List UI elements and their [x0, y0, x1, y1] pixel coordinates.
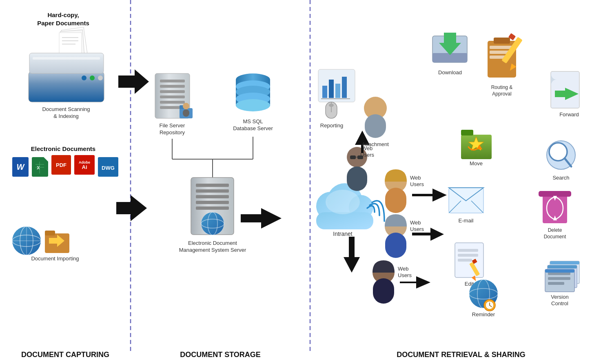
- svg-rect-72: [316, 212, 373, 229]
- svg-rect-17: [32, 157, 48, 177]
- svg-rect-152: [548, 277, 570, 280]
- svg-rect-108: [494, 38, 510, 44]
- attachment-label: Attachment: [362, 141, 389, 147]
- svg-point-54: [236, 99, 270, 111]
- svg-rect-43: [160, 101, 185, 104]
- svg-rect-86: [385, 233, 406, 258]
- svg-rect-97: [342, 77, 347, 98]
- fileserver-label-2: Repository: [160, 129, 185, 135]
- forward-label: Forward: [559, 111, 579, 118]
- download-label: Download: [438, 69, 462, 75]
- svg-rect-42: [160, 95, 185, 98]
- svg-text:Ai: Ai: [82, 164, 87, 170]
- db-label-2: Database Server: [233, 125, 273, 131]
- svg-text:W: W: [17, 162, 25, 171]
- svg-rect-90: [373, 278, 394, 304]
- reminder-label: Reminder: [472, 311, 495, 317]
- svg-rect-155: [548, 265, 577, 269]
- svg-rect-82: [385, 188, 406, 213]
- routing-label-1: Routing &: [491, 84, 513, 90]
- main-diagram: DOCUMENT CAPTURING DOCUMENT STORAGE DOCU…: [0, 0, 612, 364]
- svg-rect-154: [545, 269, 574, 273]
- reporting-label: Reporting: [320, 122, 343, 129]
- svg-rect-13: [98, 75, 103, 80]
- svg-rect-136: [458, 259, 472, 262]
- svg-rect-62: [196, 195, 229, 198]
- svg-rect-95: [329, 80, 334, 98]
- retrieval-label: DOCUMENT RETRIEVAL & SHARING: [397, 351, 525, 359]
- db-label-1: MS SQL: [243, 118, 263, 124]
- svg-point-101: [329, 104, 334, 107]
- svg-rect-63: [196, 201, 229, 204]
- fileserver-label-1: File Server: [160, 122, 186, 129]
- svg-rect-40: [160, 85, 185, 88]
- svg-rect-75: [350, 155, 356, 159]
- svg-rect-64: [196, 206, 229, 210]
- svg-rect-14: [33, 57, 100, 60]
- svg-rect-60: [196, 184, 229, 187]
- svg-text:Web: Web: [398, 266, 409, 272]
- svg-rect-109: [490, 46, 512, 49]
- routing-label-2: Approval: [492, 91, 511, 97]
- svg-rect-135: [458, 254, 478, 257]
- scan-label-1: Document Scanning: [42, 106, 90, 112]
- intranet-label: Intranet: [333, 231, 353, 237]
- capture-label: DOCUMENT CAPTURING: [21, 351, 109, 359]
- svg-rect-94: [322, 86, 327, 98]
- svg-point-73: [326, 190, 360, 214]
- search-label: Search: [552, 175, 569, 181]
- version-label-1: Version: [551, 294, 568, 300]
- svg-rect-151: [548, 272, 570, 275]
- svg-text:Users: Users: [410, 226, 424, 232]
- svg-rect-12: [90, 75, 95, 80]
- delete-label-1: Delete: [548, 227, 562, 233]
- svg-rect-118: [461, 130, 473, 135]
- svg-rect-39: [160, 80, 185, 82]
- svg-text:Web: Web: [410, 175, 421, 181]
- svg-rect-134: [458, 249, 478, 252]
- edms-label-2: Management System Server: [179, 247, 246, 253]
- svg-rect-41: [160, 90, 185, 93]
- svg-rect-103: [365, 114, 386, 138]
- import-label: Document Importing: [31, 255, 79, 262]
- hardcopy-title-1: Hard-copy,: [47, 11, 79, 18]
- svg-rect-78: [347, 166, 367, 191]
- diagram-svg: DOCUMENT CAPTURING DOCUMENT STORAGE DOCU…: [0, 0, 612, 364]
- svg-rect-36: [45, 231, 55, 235]
- svg-rect-153: [548, 282, 564, 285]
- move-label: Move: [470, 160, 483, 166]
- svg-rect-156: [550, 261, 579, 264]
- svg-rect-10: [29, 53, 104, 73]
- edms-label-1: Electronic Document: [188, 240, 237, 246]
- svg-point-47: [183, 103, 189, 109]
- electronic-title: Electronic Documents: [31, 145, 95, 152]
- svg-rect-130: [539, 191, 571, 197]
- email-label: E-mail: [459, 218, 474, 224]
- hardcopy-title-2: Paper Documents: [37, 20, 89, 27]
- svg-text:DWG: DWG: [102, 165, 115, 171]
- version-label-2: Control: [551, 300, 568, 306]
- svg-rect-61: [196, 189, 229, 193]
- svg-rect-48: [183, 109, 189, 117]
- delete-label-2: Document: [544, 234, 566, 240]
- scan-label-2: & Indexing: [53, 113, 78, 119]
- svg-text:Users: Users: [410, 181, 424, 187]
- svg-rect-96: [335, 84, 340, 98]
- svg-text:Web: Web: [410, 220, 421, 226]
- svg-point-124: [552, 145, 558, 152]
- svg-rect-11: [82, 75, 86, 80]
- storage-label: DOCUMENT STORAGE: [180, 351, 261, 359]
- svg-text:PDF: PDF: [56, 162, 67, 168]
- svg-text:Users: Users: [398, 272, 412, 278]
